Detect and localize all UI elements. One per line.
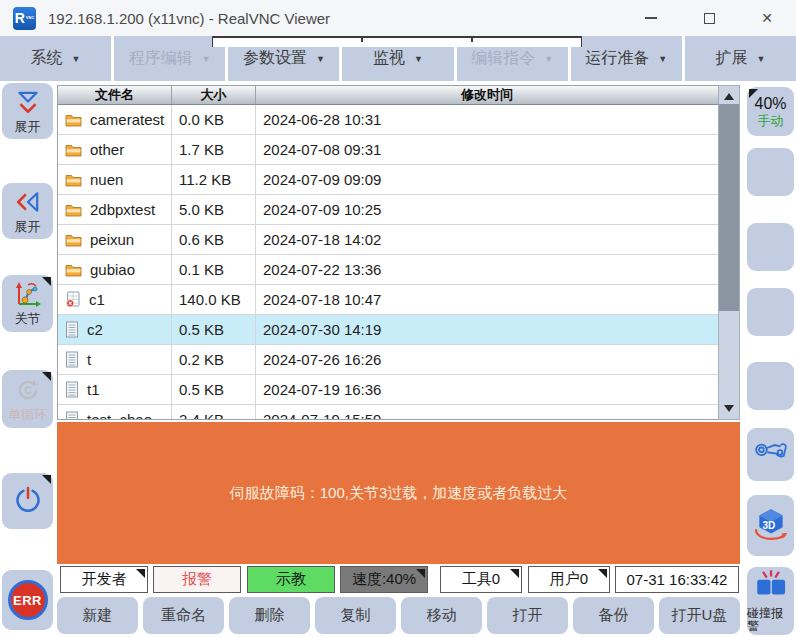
folder-icon <box>65 113 82 127</box>
scroll-up-button[interactable] <box>719 86 739 104</box>
empty-function-button[interactable] <box>747 223 794 271</box>
delete-button[interactable]: 删除 <box>229 597 310 634</box>
edge-tick <box>361 38 363 42</box>
expand-down-label: 展开 <box>15 120 41 134</box>
menu-label: 监视 <box>373 48 405 69</box>
document-icon <box>65 351 79 368</box>
menu-label: 运行准备 <box>585 48 649 69</box>
maximize-icon <box>704 13 715 24</box>
chevron-down-icon: ▼ <box>658 54 667 64</box>
single-loop-button[interactable]: C 单循环 <box>2 370 53 428</box>
file-size-cell: 1.7 KB <box>172 135 256 164</box>
table-scrollbar[interactable] <box>718 85 740 420</box>
empty-function-button[interactable] <box>747 362 794 410</box>
file-mtime-cell: 2024-07-18 14:02 <box>256 225 718 254</box>
table-row[interactable]: t0.2 KB2024-07-26 16:26 <box>58 345 718 375</box>
svg-text:3D: 3D <box>762 520 775 531</box>
chevron-down-icon: ▼ <box>202 54 211 64</box>
tool-badge[interactable]: 工具0 <box>440 566 522 593</box>
file-name-cell: c2 <box>58 315 172 344</box>
table-row[interactable]: test_chao2.4 KB2024-07-19 15:59 <box>58 405 718 420</box>
error-button[interactable]: ERR <box>2 570 53 630</box>
close-button[interactable]: ✕ <box>738 0 796 36</box>
rename-button[interactable]: 重命名 <box>143 597 224 634</box>
folder-icon <box>65 143 82 157</box>
collision-alarm-button[interactable]: 碰撞报警 <box>747 567 794 635</box>
chevrons-left-icon <box>15 189 41 219</box>
menu-label: 程序编辑 <box>129 48 193 69</box>
document-icon <box>65 321 79 338</box>
menu-label: 参数设置 <box>243 48 307 69</box>
empty-function-button[interactable] <box>747 288 794 336</box>
alert-message: 伺服故障码：100,关节3过载，加速度或者负载过大 <box>230 484 568 503</box>
teach-mode-badge[interactable]: 示教 <box>247 566 335 593</box>
table-row[interactable]: other1.7 KB2024-07-08 09:31 <box>58 135 718 165</box>
err-badge-icon: ERR <box>8 580 48 620</box>
hand-guide-button[interactable] <box>747 428 794 481</box>
menu-run-prepare[interactable]: 运行准备▼ <box>571 36 682 81</box>
file-name-cell: 2dbpxtest <box>58 195 172 224</box>
file-action-bar: 新建重命名删除复制移动打开备份打开U盘 <box>57 597 740 634</box>
expand-left-label: 展开 <box>15 220 41 234</box>
file-mtime-cell: 2024-07-09 10:25 <box>256 195 718 224</box>
copy-button[interactable]: 复制 <box>315 597 396 634</box>
chevron-down-icon: ▼ <box>756 54 765 64</box>
file-name: cameratest <box>90 111 164 128</box>
view-3d-button[interactable]: 3D <box>747 495 794 556</box>
title-bar: RVNC 192.168.1.200 (x11vnc) - RealVNC Vi… <box>0 0 796 36</box>
file-name-cell: t1 <box>58 375 172 404</box>
file-size-cell: 140.0 KB <box>172 285 256 314</box>
empty-function-button[interactable] <box>747 148 794 196</box>
servo-power-button[interactable] <box>2 473 53 529</box>
scroll-down-button[interactable] <box>719 400 739 418</box>
column-header-mtime[interactable]: 修改时间 <box>256 86 718 104</box>
collision-alarm-label: 碰撞报警 <box>747 607 794 633</box>
expand-left-button[interactable]: 展开 <box>2 183 53 239</box>
scrollbar-thumb[interactable] <box>719 104 739 311</box>
corner-marker-icon <box>598 569 607 578</box>
table-row[interactable]: c1140.0 KB2024-07-18 10:47 <box>58 285 718 315</box>
cube-3d-icon: 3D <box>753 507 789 545</box>
file-name-cell: peixun <box>58 225 172 254</box>
file-name-cell: other <box>58 135 172 164</box>
edge-tick <box>471 38 473 42</box>
speed-percent: 40% <box>754 95 786 113</box>
file-name-cell: cameratest <box>58 105 172 134</box>
file-table-body: cameratest0.0 KB2024-06-28 10:31other1.7… <box>58 105 718 420</box>
table-row[interactable]: nuen11.2 KB2024-07-09 09:09 <box>58 165 718 195</box>
file-size-cell: 0.2 KB <box>172 345 256 374</box>
alarm-badge[interactable]: 报警 <box>153 566 241 593</box>
realvnc-logo-subtext: VNC <box>26 16 34 20</box>
column-header-size[interactable]: 大小 <box>172 86 256 104</box>
new-button[interactable]: 新建 <box>57 597 138 634</box>
menu-system[interactable]: 系统▼ <box>0 36 111 81</box>
file-name-cell: gubiao <box>58 255 172 284</box>
table-row[interactable]: cameratest0.0 KB2024-06-28 10:31 <box>58 105 718 135</box>
open-usb-button[interactable]: 打开U盘 <box>659 597 740 634</box>
table-row[interactable]: c20.5 KB2024-07-30 14:19 <box>58 315 718 345</box>
menu-program-edit[interactable]: 程序编辑▼ <box>114 36 225 81</box>
chevron-down-icon: ▼ <box>544 54 553 64</box>
table-row[interactable]: gubiao0.1 KB2024-07-22 13:36 <box>58 255 718 285</box>
file-size-cell: 0.5 KB <box>172 315 256 344</box>
backup-button[interactable]: 备份 <box>573 597 654 634</box>
move-button[interactable]: 移动 <box>401 597 482 634</box>
minimize-button[interactable] <box>622 0 680 36</box>
speed-mode-button[interactable]: 40% 手动 <box>747 87 794 136</box>
table-row[interactable]: t10.5 KB2024-07-19 16:36 <box>58 375 718 405</box>
menu-label: 系统 <box>31 48 63 69</box>
table-row[interactable]: 2dbpxtest5.0 KB2024-07-09 10:25 <box>58 195 718 225</box>
joint-mode-button[interactable]: 关节 <box>2 275 53 332</box>
maximize-button[interactable] <box>680 0 738 36</box>
file-name: gubiao <box>90 261 135 278</box>
user-frame-badge[interactable]: 用户0 <box>528 566 610 593</box>
menu-label: 编辑指令 <box>471 48 535 69</box>
expand-down-button[interactable]: 展开 <box>2 83 53 139</box>
menu-extend[interactable]: 扩展▼ <box>685 36 796 81</box>
folder-icon <box>65 263 82 277</box>
open-button[interactable]: 打开 <box>487 597 568 634</box>
column-header-filename[interactable]: 文件名 <box>58 86 172 104</box>
developer-badge[interactable]: 开发者 <box>60 566 148 593</box>
speed-badge[interactable]: 速度:40% <box>340 566 428 593</box>
table-row[interactable]: peixun0.6 KB2024-07-18 14:02 <box>58 225 718 255</box>
